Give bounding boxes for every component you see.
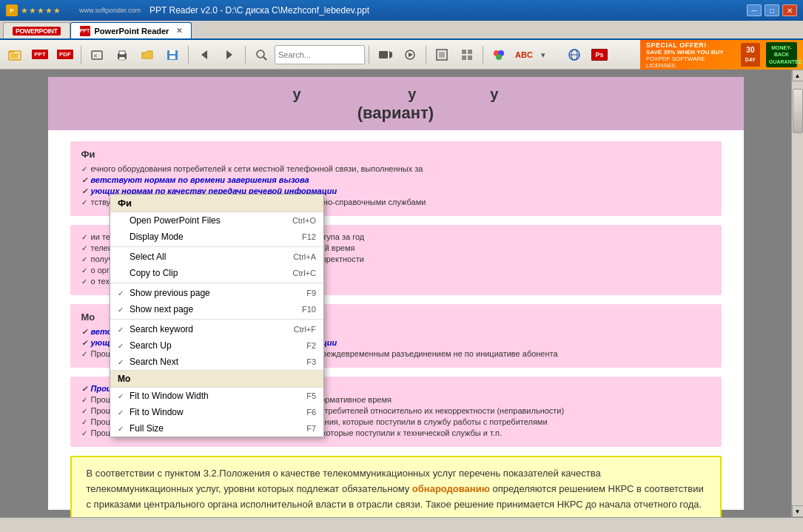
svg-rect-21 — [468, 50, 472, 54]
menu-item-copy[interactable]: Copy to Clip Ctrl+C — [110, 265, 323, 281]
menu-item-nextpage[interactable]: ✓ Show next page F10 — [110, 301, 323, 317]
video-button[interactable] — [373, 43, 397, 67]
web-button[interactable] — [562, 43, 586, 67]
menu-item-open[interactable]: Open PowerPoint Files Ctrl+O — [110, 212, 323, 229]
scroll-track[interactable] — [792, 81, 803, 505]
svg-rect-5 — [119, 51, 125, 55]
menu-item-fitwidth[interactable]: ✓ Fit to Window Width F5 — [110, 388, 323, 404]
svg-rect-23 — [468, 55, 472, 60]
scroll-thumb[interactable] — [793, 89, 803, 133]
check-icon-15: ✓ — [81, 407, 87, 415]
ad-banner[interactable]: SPECIAL OFFER! SAVE 35% WHEN YOU BUY FOX… — [640, 40, 803, 70]
menu-item-searchkw[interactable]: ✓ Search keyword Ctrl+F — [110, 321, 323, 337]
menu-item-searchup[interactable]: ✓ Search Up F2 — [110, 337, 323, 354]
menu-item-fitwindow[interactable]: ✓ Fit to Window F6 — [110, 404, 323, 420]
save-button[interactable] — [161, 43, 184, 67]
menu-item-searchnext[interactable]: ✓ Search Next F3 — [110, 354, 323, 370]
menu-group-mo: Мо — [110, 370, 323, 388]
tab-powerpoint[interactable]: POWERPOINT — [3, 22, 70, 38]
svg-rect-14 — [379, 51, 388, 58]
slide-bottom-section: В соответствии с пунктом 3.2.Положения о… — [70, 456, 722, 517]
view-button[interactable] — [455, 43, 479, 67]
menu-shortcut-open: Ctrl+O — [272, 216, 316, 225]
menu-check-prevpage: ✓ — [118, 289, 130, 297]
check-icon-7: ✓ — [81, 255, 87, 263]
svg-point-26 — [496, 54, 502, 60]
check-icon-1: ✓ — [81, 165, 87, 173]
ad-line3: FOXPDF SOFTWARE LICENSES — [646, 55, 735, 69]
fullscreen-button[interactable] — [430, 43, 454, 67]
check-icon-13: ✓ — [81, 385, 87, 393]
slide-title-area: у у у (вариант) — [48, 77, 744, 130]
zoom-button[interactable] — [249, 43, 273, 67]
toolbar-sep-5 — [426, 46, 426, 64]
menu-label-prevpage: Show previous page — [130, 288, 272, 298]
minimize-button[interactable]: ─ — [747, 4, 762, 16]
menu-shortcut-searchup: F2 — [272, 341, 316, 350]
menu-check-searchkw: ✓ — [118, 326, 130, 334]
abc-button[interactable]: ABC — [512, 43, 536, 67]
ad-guarantee-badge: MONEY-BACKGUARANTEE — [766, 42, 797, 67]
menu-check-fitwindow: ✓ — [118, 408, 130, 417]
svg-text:ABC: ABC — [515, 50, 533, 59]
check-icon-9: ✓ — [81, 277, 87, 286]
menu-shortcut-searchnext: F3 — [272, 357, 316, 366]
prev-page-button[interactable] — [192, 43, 216, 67]
ps-button[interactable]: Ps — [588, 43, 611, 67]
next-page-button[interactable] — [218, 43, 241, 67]
folder-button[interactable] — [135, 43, 159, 67]
ad-line2: SAVE 35% WHEN YOU BUY — [646, 49, 735, 55]
powerpoint-logo: POWERPOINT — [13, 27, 61, 36]
menu-check-nextpage: ✓ — [118, 306, 130, 314]
scroll-up-button[interactable]: ▲ — [792, 70, 804, 81]
menu-shortcut-display: F12 — [272, 232, 316, 241]
toolbar-sep-2 — [188, 46, 189, 64]
watermark: www.softponder.com — [79, 7, 141, 14]
settings-dropdown-button[interactable]: ▾ — [537, 43, 561, 67]
tab-reader[interactable]: PPT PowerPoint Reader ✕ — [70, 22, 192, 38]
menu-check-searchnext: ✓ — [118, 358, 130, 366]
color-button[interactable] — [487, 43, 511, 67]
main-area: у у у (вариант) Фи ✓ ечного оборудования… — [0, 70, 803, 517]
tab-ppt-icon: PPT — [80, 26, 90, 36]
audio-button[interactable] — [398, 43, 422, 67]
menu-item-fullsize[interactable]: ✓ Full Size F7 — [110, 420, 323, 437]
svg-rect-22 — [462, 55, 466, 60]
check-icon-3: ✓ — [81, 187, 87, 195]
title-bar: P ★★★★★ www.softponder.com PPT Reader v2… — [0, 0, 803, 21]
check-icon-6: ✓ — [81, 244, 87, 252]
section-1-header: Фи — [81, 149, 710, 160]
tab-close-icon[interactable]: ✕ — [176, 27, 182, 35]
svg-rect-19 — [439, 52, 445, 58]
maximize-button[interactable]: □ — [765, 4, 779, 16]
svg-text:▾: ▾ — [541, 50, 545, 59]
menu-label-nextpage: Show next page — [130, 304, 272, 314]
check-icon-17: ✓ — [81, 429, 87, 437]
tab-reader-label: PowerPoint Reader — [95, 27, 169, 36]
menu-label-selectall: Select All — [130, 252, 272, 262]
menu-header: Фи — [110, 195, 323, 212]
search-input[interactable] — [275, 46, 364, 64]
ad-30day-badge: 30DAY — [741, 43, 760, 67]
menu-shortcut-prevpage: F9 — [272, 289, 316, 297]
close-button[interactable]: ✕ — [782, 4, 797, 16]
svg-rect-6 — [119, 57, 125, 60]
ppt-open-button[interactable]: PPT — [28, 43, 52, 67]
scroll-down-button[interactable]: ▼ — [792, 505, 804, 517]
print-button[interactable] — [110, 43, 134, 67]
svg-marker-11 — [226, 50, 232, 59]
convert-button[interactable]: ✕ — [85, 43, 109, 67]
window-title: PPT Reader v2.0 - D:\C диска C\Mezhconf_… — [149, 5, 369, 16]
search-box[interactable] — [275, 45, 365, 64]
svg-point-12 — [257, 50, 264, 58]
menu-item-selectall[interactable]: Select All Ctrl+A — [110, 249, 323, 265]
menu-sep-2 — [110, 283, 323, 283]
check-icon-16: ✓ — [81, 418, 87, 426]
menu-shortcut-selectall: Ctrl+A — [272, 252, 316, 261]
menu-item-display[interactable]: Display Mode F12 — [110, 229, 323, 245]
open-button[interactable] — [3, 43, 27, 67]
menu-check-fitwidth: ✓ — [118, 392, 130, 400]
pdf-button[interactable]: PDF — [53, 43, 77, 67]
menu-item-prevpage[interactable]: ✓ Show previous page F9 — [110, 285, 323, 301]
toolbar-sep-4 — [369, 46, 369, 64]
